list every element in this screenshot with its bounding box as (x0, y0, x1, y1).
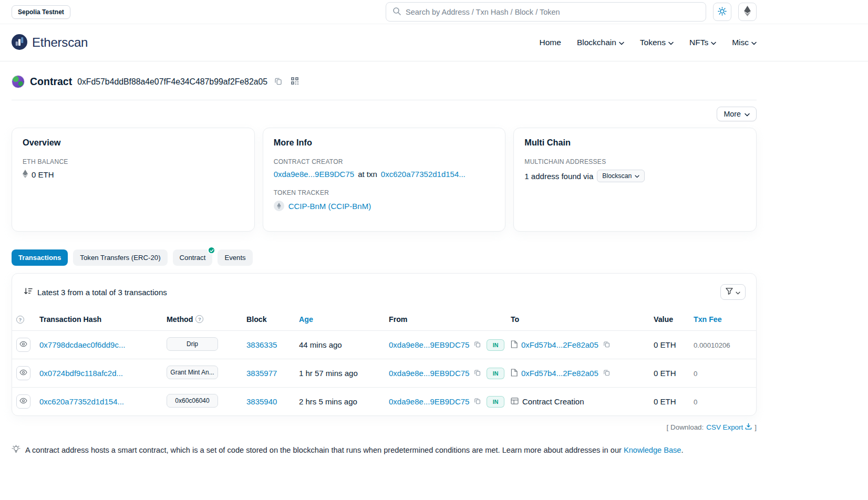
block-link[interactable]: 3835977 (246, 369, 277, 378)
theme-toggle-button[interactable] (713, 3, 731, 21)
nav-item-tokens[interactable]: Tokens (640, 38, 674, 47)
method-badge[interactable]: 0x60c06040 (167, 394, 218, 408)
from-address-link[interactable]: 0xda9e8e...9EB9DC75 (389, 369, 469, 378)
contract-avatar (12, 75, 25, 88)
eye-icon (19, 398, 27, 405)
to-address-link[interactable]: 0xFd57b4...2Fe82a05 (521, 369, 598, 378)
txn-fee-text: 0 (694, 370, 697, 378)
tab-events[interactable]: Events (218, 249, 252, 266)
creator-address-link[interactable]: 0xda9e8e...9EB9DC75 (274, 170, 354, 179)
from-address-link[interactable]: 0xda9e8e...9EB9DC75 (389, 340, 469, 349)
sort-icon (24, 287, 33, 297)
method-badge[interactable]: Grant Mint An... (167, 366, 218, 379)
contract-address: 0xFd57b4ddBf88a4e07fF4e34C487b99af2Fe82a… (77, 77, 267, 87)
contract-file-icon (511, 340, 518, 350)
col-block: Block (242, 308, 295, 331)
copy-icon (474, 341, 481, 349)
more-button[interactable]: More (717, 107, 757, 121)
knowledge-base-link[interactable]: Knowledge Base (624, 446, 681, 454)
portfolio-dropdown[interactable]: Blockscan (597, 170, 645, 182)
transactions-summary-text: Latest 3 from a total of 3 transactions (37, 288, 167, 297)
download-prefix-text: [ Download: (667, 423, 704, 431)
topbar: Sepolia Testnet (0, 0, 868, 24)
txn-hash-link[interactable]: 0x0724bdf9c118afc2d... (39, 369, 123, 378)
creation-txn-link[interactable]: 0xc620a77352d1d154... (381, 170, 466, 179)
direction-badge: IN (487, 368, 504, 379)
csv-export-link[interactable]: CSV Export (706, 423, 752, 431)
contract-header: Contract 0xFd57b4ddBf88a4e07fF4e34C487b9… (12, 61, 757, 88)
chevron-down-icon (635, 172, 639, 180)
from-address-link[interactable]: 0xda9e8e...9EB9DC75 (389, 397, 469, 406)
copy-from-button[interactable] (473, 397, 482, 407)
help-icon[interactable]: ? (195, 315, 203, 323)
to-address-link[interactable]: 0xFd57b4...2Fe82a05 (521, 340, 598, 349)
preview-txn-button[interactable] (16, 338, 30, 352)
copy-to-button[interactable] (602, 340, 611, 350)
qr-code-button[interactable] (289, 75, 301, 88)
copy-from-button[interactable] (473, 340, 482, 350)
block-link[interactable]: 3836335 (246, 340, 277, 349)
preview-txn-button[interactable] (16, 366, 30, 380)
token-tracker-link[interactable]: CCIP-BnM (CCIP-BnM) (288, 202, 371, 211)
col-value: Value (649, 308, 689, 331)
table-row: 0x7798dcdaec0f6dd9c... Drip 3836335 44 m… (12, 331, 756, 359)
token-tracker-label: TOKEN TRACKER (274, 189, 495, 196)
page-title: Contract (30, 76, 72, 88)
help-icon[interactable]: ? (16, 316, 24, 324)
txn-hash-link[interactable]: 0x7798dcdaec0f6dd9c... (39, 340, 125, 349)
etherscan-logo[interactable]: Etherscan (12, 34, 88, 51)
col-age-toggle[interactable]: Age (299, 315, 313, 324)
network-badge[interactable]: Sepolia Testnet (12, 5, 70, 19)
col-method: Method (167, 315, 193, 324)
main-content: Contract 0xFd57b4ddBf88a4e07fF4e34C487b9… (12, 61, 757, 457)
table-header-row: ? Transaction Hash Method ? Block Age Fr… (12, 308, 756, 331)
download-row: [ Download: CSV Export ] (12, 423, 757, 431)
filter-button[interactable] (720, 284, 746, 300)
summary-cards: Overview ETH BALANCE 0 ETH More Info CON… (12, 128, 757, 232)
network-switch-button[interactable] (738, 3, 757, 21)
copy-icon (474, 369, 481, 378)
value-text: 0 ETH (654, 340, 676, 349)
transactions-card: Latest 3 from a total of 3 transactions … (12, 273, 757, 416)
copy-icon (474, 398, 481, 406)
copy-icon (274, 77, 282, 87)
txn-fee-text: 0.00010206 (694, 341, 730, 349)
method-badge[interactable]: Drip (167, 337, 218, 351)
tab-contract[interactable]: Contract (173, 249, 213, 266)
etherscan-logo-icon (12, 34, 27, 51)
copy-from-button[interactable] (473, 368, 482, 379)
contract-creation-icon (511, 397, 519, 406)
table-row: 0x0724bdf9c118afc2d... Grant Mint An... … (12, 359, 756, 388)
nav-item-blockchain[interactable]: Blockchain (577, 38, 624, 47)
contract-creation-text: Contract Creation (522, 397, 584, 406)
nav-item-misc[interactable]: Misc (732, 38, 757, 47)
copy-icon (603, 369, 610, 378)
overview-card-title: Overview (23, 138, 244, 148)
block-link[interactable]: 3835940 (246, 397, 277, 406)
contract-file-icon (511, 369, 518, 378)
contract-info-note: A contract address hosts a smart contrac… (12, 445, 757, 457)
col-from: From (385, 308, 482, 331)
search-bar[interactable] (386, 2, 706, 22)
preview-txn-button[interactable] (16, 394, 30, 409)
tab-token-transfers[interactable]: Token Transfers (ERC-20) (73, 249, 167, 266)
ethereum-icon (744, 6, 751, 18)
nav-item-nfts[interactable]: NFTs (689, 38, 716, 47)
token-icon (274, 201, 284, 211)
search-input[interactable] (406, 8, 699, 16)
eth-balance-value: 0 ETH (32, 170, 54, 179)
navbar: Etherscan Home Blockchain Tokens NFTs Mi… (0, 24, 868, 61)
col-transaction-hash: Transaction Hash (35, 308, 162, 331)
col-txn-fee-toggle[interactable]: Txn Fee (694, 315, 722, 324)
copy-to-button[interactable] (602, 368, 611, 379)
at-txn-text: at txn (358, 170, 377, 179)
copy-address-button[interactable] (273, 76, 284, 88)
eth-balance-label: ETH BALANCE (23, 158, 244, 165)
eye-icon (19, 341, 27, 349)
contract-creator-label: CONTRACT CREATOR (274, 158, 495, 165)
nav-item-home[interactable]: Home (540, 38, 561, 47)
value-text: 0 ETH (654, 397, 676, 406)
txn-fee-text: 0 (694, 398, 697, 406)
tab-transactions[interactable]: Transactions (12, 249, 68, 266)
txn-hash-link[interactable]: 0xc620a77352d1d154... (39, 397, 124, 406)
